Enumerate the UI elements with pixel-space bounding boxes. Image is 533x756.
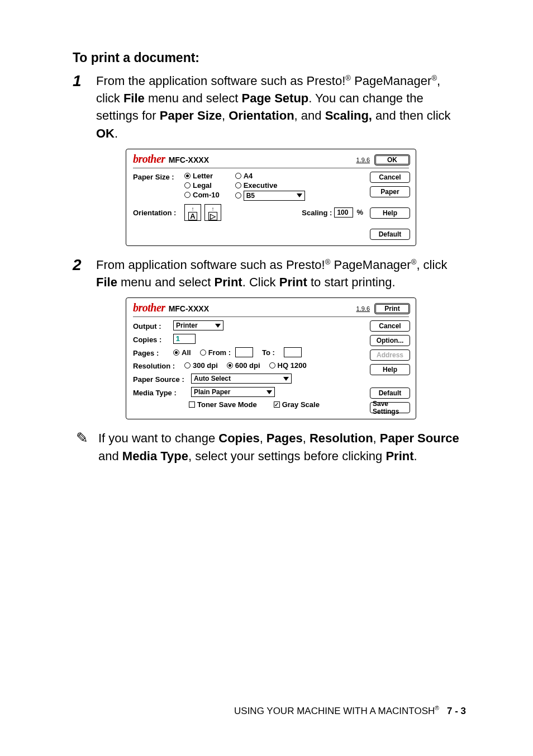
radio-pages-from[interactable]: From : bbox=[200, 347, 253, 357]
radio-300dpi[interactable]: 300 dpi bbox=[184, 361, 218, 370]
radio-label: Letter bbox=[193, 172, 213, 180]
print-button[interactable]: Print bbox=[374, 303, 410, 314]
paper-source-select[interactable]: Auto Select bbox=[191, 374, 292, 384]
step-number: 1 bbox=[73, 72, 96, 89]
radio-label: A4 bbox=[244, 172, 253, 180]
radio-label: HQ 1200 bbox=[278, 361, 307, 370]
cancel-button[interactable]: Cancel bbox=[370, 320, 410, 332]
checkbox-label: Gray Scale bbox=[282, 400, 320, 409]
version-label: 1.9.6 bbox=[356, 305, 370, 312]
select-value: B5 bbox=[246, 192, 255, 200]
scaling-input[interactable]: 100 bbox=[334, 207, 353, 218]
step1-bold-scaling: Scaling, bbox=[325, 108, 372, 122]
radio-600dpi[interactable]: 600 dpi bbox=[227, 361, 260, 370]
radio-b5[interactable]: B5 bbox=[235, 191, 305, 201]
help-button[interactable]: Help bbox=[370, 364, 410, 375]
page-footer: USING YOUR MACHINE WITH A MACINTOSH® 7 -… bbox=[234, 705, 466, 717]
reg-mark: ® bbox=[325, 258, 331, 266]
radio-pages-all[interactable]: All bbox=[173, 348, 191, 357]
default-button[interactable]: Default bbox=[370, 229, 410, 240]
default-button[interactable]: Default bbox=[370, 388, 410, 399]
save-settings-button[interactable]: Save Settings bbox=[370, 402, 410, 413]
model-label: MFC-XXXX bbox=[169, 304, 209, 313]
radio-letter[interactable]: Letter bbox=[184, 172, 220, 180]
pages-label: Pages : bbox=[133, 348, 173, 357]
step1-text: PageManager bbox=[351, 74, 431, 88]
note-text: If you want to change bbox=[98, 431, 218, 445]
paper-size-label: Paper Size : bbox=[133, 172, 184, 181]
model-label: MFC-XXXX bbox=[169, 155, 209, 164]
media-type-select[interactable]: Plain Paper bbox=[191, 387, 275, 397]
note-body: If you want to change Copies, Pages, Res… bbox=[98, 429, 466, 464]
radio-hq1200[interactable]: HQ 1200 bbox=[269, 361, 307, 370]
reg-mark: ® bbox=[435, 705, 439, 711]
orientation-label: Orientation : bbox=[133, 207, 184, 217]
paper-button[interactable]: Paper bbox=[370, 186, 410, 197]
note-bold-copies: Copies bbox=[218, 431, 259, 445]
step-number: 2 bbox=[73, 256, 96, 273]
radio-a4[interactable]: A4 bbox=[235, 172, 305, 180]
output-select[interactable]: Printer bbox=[173, 320, 223, 330]
step2-bold-file: File bbox=[96, 275, 117, 289]
radio-label: 300 dpi bbox=[193, 361, 218, 370]
note-text: , bbox=[260, 431, 266, 445]
radio-executive[interactable]: Executive bbox=[235, 181, 305, 190]
radio-com10[interactable]: Com-10 bbox=[184, 191, 220, 199]
checkbox-toner-save[interactable]: Toner Save Mode bbox=[189, 400, 257, 409]
step-2: 2 From application software such as Pres… bbox=[73, 256, 466, 291]
note-text: , bbox=[303, 431, 310, 445]
percent-label: % bbox=[356, 208, 363, 216]
step2-text: . Click bbox=[242, 275, 279, 289]
note: ✎ If you want to change Copies, Pages, R… bbox=[73, 429, 466, 464]
copies-input[interactable]: 1 bbox=[173, 334, 196, 344]
radio-legal[interactable]: Legal bbox=[184, 181, 220, 190]
radio-label: Executive bbox=[244, 181, 278, 190]
radio-label: 600 dpi bbox=[235, 361, 260, 370]
scaling-label: Scaling : bbox=[302, 207, 332, 217]
note-bold-print: Print bbox=[386, 449, 413, 463]
step1-bold-ok: OK bbox=[96, 126, 115, 140]
help-button[interactable]: Help bbox=[370, 207, 410, 219]
brand-logo: brother bbox=[133, 301, 165, 314]
reg-mark: ® bbox=[345, 74, 351, 82]
resolution-label: Resolution : bbox=[133, 361, 184, 370]
checkbox-label: Toner Save Mode bbox=[197, 400, 257, 409]
paper-size-select[interactable]: B5 bbox=[244, 191, 305, 201]
note-text: . bbox=[414, 449, 417, 463]
step1-text: . bbox=[115, 126, 118, 140]
step2-bold-print2: Print bbox=[279, 275, 307, 289]
step1-bold-page-setup: Page Setup bbox=[241, 91, 308, 105]
chevron-down-icon bbox=[283, 377, 289, 381]
doc-heading: To print a document: bbox=[73, 50, 466, 65]
step1-text: From the application software such as Pr… bbox=[96, 74, 345, 88]
step1-bold-orientation: Orientation bbox=[229, 108, 294, 122]
reg-mark: ® bbox=[431, 74, 437, 82]
step2-text: menu and select bbox=[117, 275, 215, 289]
orientation-portrait-button[interactable]: A bbox=[184, 204, 201, 221]
cancel-button[interactable]: Cancel bbox=[370, 172, 410, 183]
version-label: 1.9.6 bbox=[356, 157, 370, 163]
note-text: , select your settings before clicking bbox=[188, 449, 386, 463]
copies-label: Copies : bbox=[133, 334, 173, 344]
paper-source-label: Paper Source : bbox=[133, 374, 191, 384]
step1-text: , bbox=[222, 108, 229, 122]
brand-logo: brother bbox=[133, 153, 165, 166]
step-2-body: From application software such as Presto… bbox=[96, 256, 466, 291]
output-label: Output : bbox=[133, 321, 173, 330]
option-button[interactable]: Option... bbox=[370, 335, 410, 346]
pages-from-input[interactable] bbox=[235, 347, 253, 357]
note-icon: ✎ bbox=[73, 429, 92, 445]
orientation-landscape-button[interactable]: ▷ bbox=[204, 204, 221, 221]
page-setup-dialog: brother MFC-XXXX 1.9.6 OK Paper Size : L… bbox=[126, 149, 416, 246]
select-value: Auto Select bbox=[194, 375, 231, 382]
note-bold-paper-source: Paper Source bbox=[380, 431, 459, 445]
ok-button[interactable]: OK bbox=[374, 154, 410, 166]
pages-to-input[interactable] bbox=[284, 347, 302, 357]
checkbox-gray-scale[interactable]: ✓Gray Scale bbox=[274, 400, 320, 409]
radio-label: From : bbox=[208, 348, 231, 357]
step2-text: to start printing. bbox=[307, 275, 396, 289]
step1-bold-papersize: Paper Size bbox=[160, 108, 222, 122]
footer-text: USING YOUR MACHINE WITH A MACINTOSH bbox=[234, 706, 435, 716]
pages-to-label: To : bbox=[262, 348, 275, 357]
chevron-down-icon bbox=[215, 324, 221, 328]
